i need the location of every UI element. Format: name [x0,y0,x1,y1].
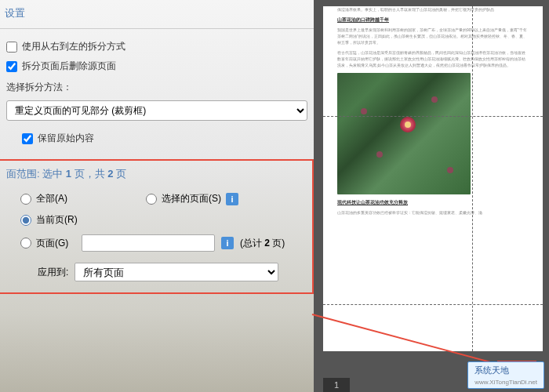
range-current-radio[interactable] [20,215,31,226]
range-selected-radio[interactable] [146,194,157,205]
split-method-select[interactable]: 重定义页面的可见部分 (裁剪框) [6,100,307,121]
crop-guide-horizontal [323,304,543,305]
page-number: 1 [323,378,350,392]
method-label: 选择拆分方法： [0,76,314,97]
document-preview[interactable]: 保湿滋养效果。事实上，聪明的古人早就发现了山茶花油的奥秘，并把它视为珍贵的护肤品… [323,6,543,351]
doc-paragraph: 在古代宫廷，山茶花油是深受后宫佳丽青睐的养颜秘品，民间也因此深知山茶花油潜在茶花… [337,49,529,68]
crop-guide-horizontal [323,116,543,117]
doc-image [337,73,471,194]
rtl-split-label: 使用从右到左的拆分方式 [22,40,125,53]
range-title: 面范围: 选中 1 页，共 2 页 [6,167,306,181]
range-all-label: 全部(A) [36,192,67,205]
apply-to-label: 应用到: [38,266,68,279]
apply-to-select[interactable]: 所有页面 [75,263,278,281]
preview-panel: 保湿滋养效果。事实上，聪明的古人早就发现了山茶花油的奥秘，并把它视为珍贵的护肤品… [314,0,549,392]
settings-panel: 设置 使用从右到左的拆分方式 拆分页面后删除源页面 选择拆分方法： 重定义页面的… [0,0,314,392]
delete-source-checkbox[interactable] [6,61,17,72]
range-page-radio[interactable] [20,238,31,249]
page-input[interactable] [82,234,215,252]
watermark: 系统天地 www.XiTongTianDi.net [467,361,544,389]
keep-original-checkbox[interactable] [22,133,33,144]
page-range-section: 面范围: 选中 1 页，共 2 页 全部(A) 选择的页面(S) i 当前页(R… [0,159,314,294]
range-all-radio[interactable] [20,194,31,205]
info-icon[interactable]: i [226,193,238,205]
doc-paragraph: 山茶花油的多重美容功效已经被科学证实：它能保湿抗敏、延缓衰老、柔嫩光滑、滋 [337,209,529,216]
doc-heading: 现代科技让山茶花油功效充分释放 [337,199,529,206]
doc-paragraph: 保湿滋养效果。事实上，聪明的古人早就发现了山茶花油的奥秘，并把它视为珍贵的护肤品 [337,6,529,13]
keep-original-label: 保留原始内容 [38,132,94,145]
delete-source-label: 拆分页面后删除源页面 [22,60,116,73]
doc-heading: 山茶花油的口碑跨越千年 [337,16,529,24]
crop-guide-vertical [472,6,473,351]
rtl-split-checkbox[interactable] [6,42,17,53]
info-icon[interactable]: i [221,237,234,249]
total-pages-label: (总计 2 页) [240,237,285,250]
doc-paragraph: 我国是世界上最早发现茶树和利用茶树的国家，茶树广布，全球茶油产量的90%以上来自… [337,27,529,45]
settings-title: 设置 [0,0,314,29]
range-page-label: 页面(G) [36,237,68,250]
range-selected-label: 选择的页面(S) [162,192,221,205]
range-current-label: 当前页(R) [36,213,78,227]
